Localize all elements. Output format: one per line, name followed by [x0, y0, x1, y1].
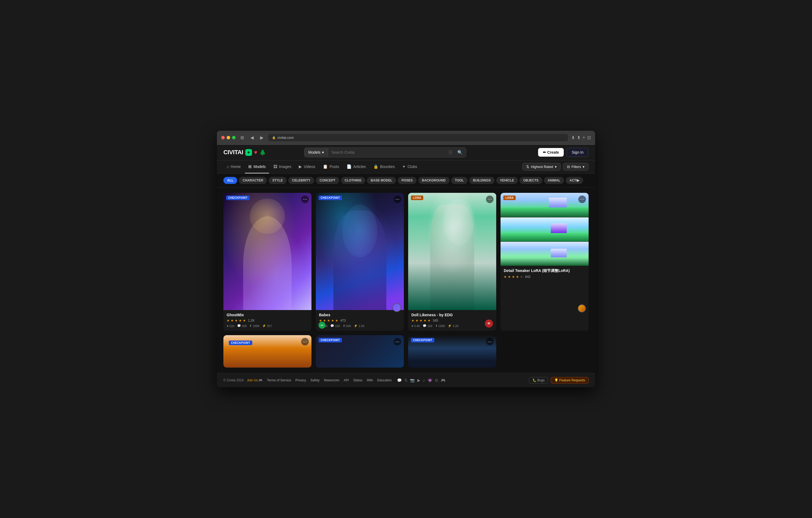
- twitter-icon[interactable]: 𝕏: [404, 378, 407, 382]
- nav-home-label: Home: [231, 165, 241, 169]
- model-card-partial-6[interactable]: CHECKPOINT ⋯: [316, 335, 404, 368]
- comments-count: 190: [335, 324, 340, 327]
- cat-tab-style[interactable]: STYLE: [268, 177, 287, 184]
- more-options-ghostmix[interactable]: ⋯: [301, 196, 309, 203]
- cat-tab-all[interactable]: ALL: [223, 177, 237, 184]
- clubs-icon: ✦: [402, 164, 406, 169]
- cat-tab-character[interactable]: CHARACTER: [239, 177, 267, 184]
- forward-button[interactable]: ▶: [259, 135, 265, 141]
- browser-chrome: ⊞ ◀ ▶ 🔒 civitai.com ⬇ ⬆ + ⊡: [217, 131, 595, 145]
- feature-requests-button[interactable]: 💡 Feature Requests: [551, 377, 589, 383]
- star-2: ★: [508, 275, 511, 279]
- back-button[interactable]: ◀: [249, 135, 255, 141]
- model-card-doll-likeness[interactable]: LORA ⋯ 👁 Doll Likeness - by EDG ★ ★ ★ ★ …: [408, 193, 496, 331]
- star-3: ★: [327, 319, 330, 322]
- nav-models[interactable]: ⊞ Models: [245, 161, 269, 173]
- join-us-link[interactable]: Join Us 🎮: [246, 378, 264, 382]
- more-options-babes[interactable]: ⋯: [394, 196, 401, 203]
- search-input[interactable]: [328, 148, 448, 156]
- more-options-partial-5[interactable]: ⋯: [301, 338, 309, 345]
- rating-count-ghostmix: 1.2K: [248, 319, 255, 322]
- url-display: civitai.com: [278, 136, 294, 140]
- more-options-doll-likeness[interactable]: ⋯: [486, 196, 494, 203]
- nav-images[interactable]: 🖼 Images: [270, 161, 295, 173]
- nav-right: ⇅ Highest Rated ▾ ⊟ Filters ▾: [522, 163, 589, 171]
- cat-tab-celebrity[interactable]: CELEBRITY: [288, 177, 314, 184]
- nav-videos[interactable]: ▶ Videos: [295, 161, 318, 173]
- model-card-partial-5[interactable]: CHECKPOINT ⋯: [223, 335, 312, 368]
- model-card-partial-7[interactable]: CHECKPOINT ⋯: [408, 335, 496, 368]
- model-card-ghostmix[interactable]: CHECKPOINT ⋯ GhostMix ★ ★ ★ ★ ★ 1.2K ♥: [223, 193, 312, 331]
- cat-tab-base-model[interactable]: BASE MODEL: [367, 177, 396, 184]
- create-button[interactable]: ✏ Create: [538, 148, 564, 156]
- cat-tab-buildings[interactable]: BUILDINGS: [469, 177, 495, 184]
- checkpoint-badge-partial-6: CHECKPOINT: [318, 338, 342, 342]
- bolt-icon: ⚡: [354, 324, 358, 327]
- filters-button[interactable]: ⊟ Filters ▾: [563, 163, 589, 171]
- cat-tab-animal[interactable]: ANIMAL: [544, 177, 564, 184]
- twitch-icon[interactable]: 🎮: [441, 378, 445, 382]
- lora-badge-detail-tweaker: LORA: [503, 196, 516, 200]
- more-options-partial-6[interactable]: ⋯: [394, 338, 401, 345]
- footer-status[interactable]: Status: [352, 378, 364, 382]
- download-icon[interactable]: ⬇: [571, 135, 575, 140]
- models-icon: ⊞: [248, 164, 252, 169]
- search-icon[interactable]: 🔍: [454, 148, 466, 157]
- maximize-button[interactable]: [232, 136, 236, 139]
- comments-stat: 💬 190: [330, 324, 340, 327]
- cat-tab-background[interactable]: BACKGROUND: [418, 177, 450, 184]
- discord-icon[interactable]: 💬: [397, 378, 402, 382]
- sidebar-toggle[interactable]: ⊞: [239, 135, 245, 141]
- cat-tab-tool[interactable]: TOOL: [451, 177, 468, 184]
- logo[interactable]: CIVITAI + ♥ 🌲: [223, 149, 266, 156]
- close-button[interactable]: [221, 136, 225, 139]
- nav-home[interactable]: ⌂ Home: [223, 161, 244, 173]
- footer-safety[interactable]: Safety: [309, 378, 321, 382]
- nav-posts[interactable]: 📋 Posts: [320, 161, 342, 173]
- cat-tab-vehicle[interactable]: VEHICLE: [496, 177, 518, 184]
- footer-education[interactable]: Education: [376, 378, 393, 382]
- card-image-partial-7: CHECKPOINT ⋯: [408, 335, 496, 368]
- more-options-partial-7[interactable]: ⋯: [486, 338, 494, 345]
- card-image-ghostmix: [223, 193, 312, 310]
- filter-icon: ⊟: [567, 165, 570, 169]
- github-icon[interactable]: ⊙: [435, 378, 438, 382]
- nav-articles[interactable]: 📄 Articles: [343, 161, 369, 173]
- app-header: CIVITAI + ♥ 🌲 Models ▾ / 🔍 ✏ Create Sign…: [217, 145, 595, 161]
- star-4: ★: [424, 319, 427, 322]
- model-card-babes[interactable]: CHECKPOINT ⋯ ✏ Babes ★ ★ ★ ★ ★ 473: [316, 193, 404, 331]
- cat-tab-poses[interactable]: POSES: [398, 177, 416, 184]
- home-icon: ⌂: [227, 164, 229, 169]
- new-tab-icon[interactable]: +: [583, 135, 585, 140]
- footer-newsroom[interactable]: Newsroom: [323, 378, 340, 382]
- footer-privacy[interactable]: Privacy: [294, 378, 307, 382]
- nav-bounties[interactable]: 🔒 Bounties: [370, 161, 398, 173]
- cat-tab-objects[interactable]: OBJECTS: [519, 177, 543, 184]
- minimize-button[interactable]: [227, 136, 230, 139]
- nav-clubs[interactable]: ✦ Clubs: [399, 161, 420, 173]
- star-5: ★: [335, 319, 338, 322]
- card-stars-doll-likeness: ★ ★ ★ ★ ★ 345: [411, 319, 493, 322]
- cat-tab-concept[interactable]: CONCEPT: [316, 177, 339, 184]
- footer-api[interactable]: API: [343, 378, 350, 382]
- cat-tab-action[interactable]: ACTI▶: [566, 177, 583, 184]
- footer-terms[interactable]: Terms of Service: [266, 378, 292, 382]
- model-card-detail-tweaker[interactable]: LORA ⋯ Detail Tweaker LoRA (细节调整LoRA) ★ …: [500, 193, 589, 331]
- address-bar[interactable]: 🔒 civitai.com: [268, 134, 568, 141]
- footer-wiki[interactable]: Wiki: [366, 378, 374, 382]
- youtube-icon[interactable]: ▶: [417, 378, 420, 382]
- more-options-detail-tweaker[interactable]: ⋯: [578, 196, 586, 203]
- share-icon[interactable]: ⬆: [577, 135, 580, 140]
- instagram-icon[interactable]: 📷: [410, 378, 415, 382]
- scene-panel-3: [500, 241, 589, 266]
- tabs-icon[interactable]: ⊡: [587, 135, 591, 140]
- reddit-icon[interactable]: 👾: [428, 378, 432, 382]
- sign-in-button[interactable]: Sign In: [567, 148, 589, 157]
- search-type-dropdown[interactable]: Models ▾: [304, 148, 328, 156]
- likes-count: 4.4K: [414, 324, 420, 327]
- bugs-button[interactable]: 🐛 Bugs: [529, 377, 548, 383]
- tiktok-icon[interactable]: ♪: [423, 378, 425, 382]
- cat-tab-clothing[interactable]: CLOTHING: [341, 177, 366, 184]
- sort-dropdown[interactable]: ⇅ Highest Rated ▾: [522, 163, 560, 171]
- card-image-babes: [316, 193, 404, 310]
